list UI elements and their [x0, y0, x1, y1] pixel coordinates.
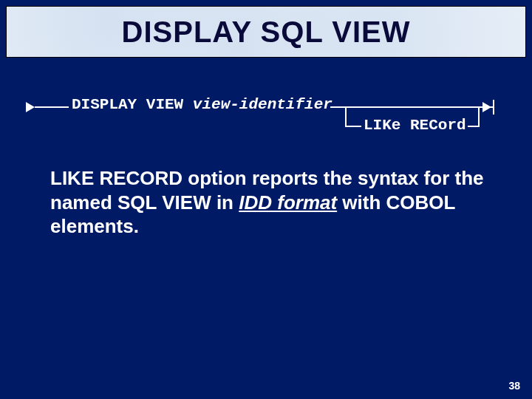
- body-idd: IDD format: [239, 191, 337, 214]
- syntax-diagram: DISPLAY VIEW view-identifier LIKe RECord: [26, 92, 506, 144]
- body-paragraph: LIKE RECORD option reports the syntax fo…: [50, 166, 491, 239]
- rail-option-drop: [345, 106, 347, 127]
- rail-end-cap: [493, 100, 494, 115]
- rail-end-arrow-icon: [482, 102, 491, 112]
- title-banner: DISPLAY SQL VIEW: [6, 6, 526, 58]
- rail-start-icon: [26, 102, 35, 112]
- slide-title: DISPLAY SQL VIEW: [122, 16, 411, 49]
- syntax-option-text: LIKe RECord: [364, 117, 466, 134]
- page-number: 38: [508, 380, 520, 392]
- syntax-lead: DISPLAY VIEW: [72, 96, 193, 113]
- syntax-main-text: DISPLAY VIEW view-identifier: [72, 96, 332, 113]
- syntax-identifier: view-identifier: [193, 96, 332, 113]
- rail-segment: [330, 106, 493, 108]
- rail-option-rise: [478, 106, 480, 127]
- rail-segment: [345, 126, 361, 127]
- rail-segment: [35, 106, 69, 108]
- title-banner-inner: DISPLAY SQL VIEW: [7, 7, 525, 57]
- slide-container: DISPLAY SQL VIEW DISPLAY VIEW view-ident…: [0, 0, 532, 399]
